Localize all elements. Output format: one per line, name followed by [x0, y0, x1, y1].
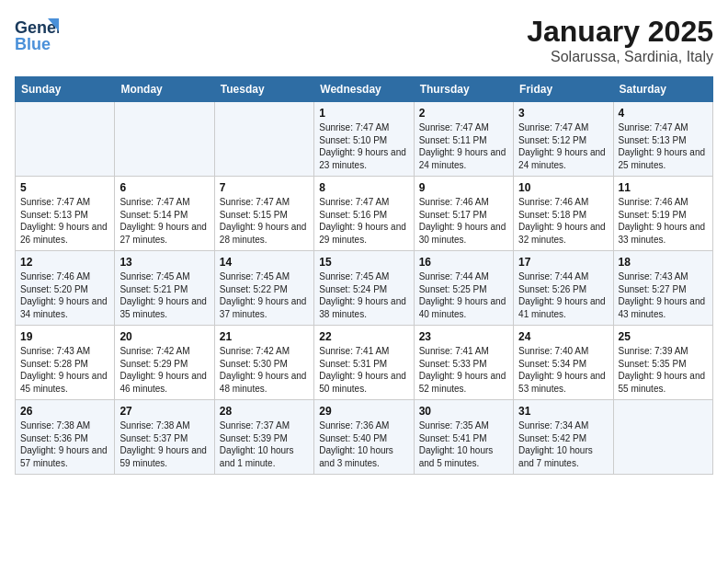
- day-info: Sunrise: 7:45 AM Sunset: 5:24 PM Dayligh…: [319, 270, 408, 320]
- calendar-day-cell: 10Sunrise: 7:46 AM Sunset: 5:18 PM Dayli…: [514, 177, 613, 251]
- logo: General Blue: [15, 15, 59, 53]
- calendar-day-cell: 17Sunrise: 7:44 AM Sunset: 5:26 PM Dayli…: [514, 251, 613, 326]
- calendar-day-cell: 9Sunrise: 7:46 AM Sunset: 5:17 PM Daylig…: [414, 177, 513, 251]
- calendar-day-cell: 14Sunrise: 7:45 AM Sunset: 5:22 PM Dayli…: [214, 251, 313, 326]
- day-info: Sunrise: 7:35 AM Sunset: 5:41 PM Dayligh…: [419, 419, 508, 469]
- day-number: 23: [419, 330, 508, 343]
- calendar-day-cell: 26Sunrise: 7:38 AM Sunset: 5:36 PM Dayli…: [16, 400, 115, 475]
- day-number: 29: [319, 405, 408, 418]
- day-number: 9: [419, 181, 508, 194]
- day-number: 5: [20, 181, 109, 194]
- weekday-header-cell: Wednesday: [314, 77, 414, 102]
- day-info: Sunrise: 7:46 AM Sunset: 5:18 PM Dayligh…: [518, 196, 608, 246]
- day-info: Sunrise: 7:40 AM Sunset: 5:34 PM Dayligh…: [518, 345, 608, 395]
- svg-text:Blue: Blue: [15, 35, 51, 53]
- day-info: Sunrise: 7:47 AM Sunset: 5:16 PM Dayligh…: [319, 196, 408, 246]
- day-number: 20: [119, 330, 209, 343]
- calendar-day-cell: 4Sunrise: 7:47 AM Sunset: 5:13 PM Daylig…: [613, 102, 712, 177]
- calendar-week-row: 5Sunrise: 7:47 AM Sunset: 5:13 PM Daylig…: [16, 177, 713, 251]
- calendar-day-cell: 8Sunrise: 7:47 AM Sunset: 5:16 PM Daylig…: [314, 177, 414, 251]
- calendar-day-cell: 2Sunrise: 7:47 AM Sunset: 5:11 PM Daylig…: [414, 102, 513, 177]
- calendar-week-row: 12Sunrise: 7:46 AM Sunset: 5:20 PM Dayli…: [16, 251, 713, 326]
- calendar-day-cell: [115, 102, 214, 177]
- day-info: Sunrise: 7:45 AM Sunset: 5:21 PM Dayligh…: [119, 270, 209, 320]
- day-info: Sunrise: 7:46 AM Sunset: 5:19 PM Dayligh…: [619, 196, 708, 246]
- day-number: 7: [220, 181, 309, 194]
- calendar-day-cell: 30Sunrise: 7:35 AM Sunset: 5:41 PM Dayli…: [414, 400, 513, 475]
- calendar-day-cell: 22Sunrise: 7:41 AM Sunset: 5:31 PM Dayli…: [314, 326, 414, 400]
- day-number: 31: [518, 405, 608, 418]
- day-info: Sunrise: 7:46 AM Sunset: 5:17 PM Dayligh…: [419, 196, 508, 246]
- weekday-header-cell: Saturday: [613, 77, 712, 102]
- day-number: 26: [20, 405, 109, 418]
- day-info: Sunrise: 7:44 AM Sunset: 5:26 PM Dayligh…: [518, 270, 608, 320]
- calendar-day-cell: 27Sunrise: 7:38 AM Sunset: 5:37 PM Dayli…: [115, 400, 214, 475]
- calendar-title: January 2025: [527, 15, 713, 49]
- day-number: 2: [419, 107, 508, 120]
- day-info: Sunrise: 7:36 AM Sunset: 5:40 PM Dayligh…: [319, 419, 408, 469]
- day-info: Sunrise: 7:41 AM Sunset: 5:33 PM Dayligh…: [419, 345, 508, 395]
- calendar-day-cell: [16, 102, 115, 177]
- day-info: Sunrise: 7:37 AM Sunset: 5:39 PM Dayligh…: [220, 419, 309, 469]
- calendar-week-row: 26Sunrise: 7:38 AM Sunset: 5:36 PM Dayli…: [16, 400, 713, 475]
- day-info: Sunrise: 7:43 AM Sunset: 5:27 PM Dayligh…: [619, 270, 708, 320]
- calendar-day-cell: 6Sunrise: 7:47 AM Sunset: 5:14 PM Daylig…: [115, 177, 214, 251]
- calendar-day-cell: 1Sunrise: 7:47 AM Sunset: 5:10 PM Daylig…: [314, 102, 414, 177]
- calendar-day-cell: 5Sunrise: 7:47 AM Sunset: 5:13 PM Daylig…: [16, 177, 115, 251]
- calendar-day-cell: 7Sunrise: 7:47 AM Sunset: 5:15 PM Daylig…: [214, 177, 313, 251]
- calendar-day-cell: 23Sunrise: 7:41 AM Sunset: 5:33 PM Dayli…: [414, 326, 513, 400]
- day-info: Sunrise: 7:38 AM Sunset: 5:36 PM Dayligh…: [20, 419, 109, 469]
- calendar-body: 1Sunrise: 7:47 AM Sunset: 5:10 PM Daylig…: [16, 102, 713, 475]
- logo-icon: General Blue: [15, 15, 59, 53]
- day-number: 13: [119, 256, 209, 269]
- day-number: 16: [419, 256, 508, 269]
- calendar-day-cell: 25Sunrise: 7:39 AM Sunset: 5:35 PM Dayli…: [613, 326, 712, 400]
- day-number: 22: [319, 330, 408, 343]
- day-info: Sunrise: 7:47 AM Sunset: 5:13 PM Dayligh…: [619, 121, 708, 171]
- day-number: 4: [619, 107, 708, 120]
- calendar-day-cell: 11Sunrise: 7:46 AM Sunset: 5:19 PM Dayli…: [613, 177, 712, 251]
- calendar-day-cell: 18Sunrise: 7:43 AM Sunset: 5:27 PM Dayli…: [613, 251, 712, 326]
- calendar-day-cell: 16Sunrise: 7:44 AM Sunset: 5:25 PM Dayli…: [414, 251, 513, 326]
- calendar-day-cell: 28Sunrise: 7:37 AM Sunset: 5:39 PM Dayli…: [214, 400, 313, 475]
- day-number: 14: [220, 256, 309, 269]
- day-info: Sunrise: 7:47 AM Sunset: 5:11 PM Dayligh…: [419, 121, 508, 171]
- day-info: Sunrise: 7:34 AM Sunset: 5:42 PM Dayligh…: [518, 419, 608, 469]
- day-number: 1: [319, 107, 408, 120]
- day-info: Sunrise: 7:45 AM Sunset: 5:22 PM Dayligh…: [220, 270, 309, 320]
- weekday-header-cell: Tuesday: [214, 77, 313, 102]
- day-info: Sunrise: 7:47 AM Sunset: 5:10 PM Dayligh…: [319, 121, 408, 171]
- day-info: Sunrise: 7:47 AM Sunset: 5:15 PM Dayligh…: [220, 196, 309, 246]
- calendar-table: SundayMondayTuesdayWednesdayThursdayFrid…: [15, 76, 713, 475]
- day-number: 24: [518, 330, 608, 343]
- day-number: 25: [619, 330, 708, 343]
- calendar-day-cell: 29Sunrise: 7:36 AM Sunset: 5:40 PM Dayli…: [314, 400, 414, 475]
- day-number: 15: [319, 256, 408, 269]
- day-number: 27: [119, 405, 209, 418]
- day-info: Sunrise: 7:47 AM Sunset: 5:13 PM Dayligh…: [20, 196, 109, 246]
- page-header: General Blue January 2025 Solarussa, Sar…: [15, 15, 713, 65]
- weekday-header-cell: Sunday: [16, 77, 115, 102]
- weekday-header-cell: Monday: [115, 77, 214, 102]
- calendar-day-cell: [613, 400, 712, 475]
- title-block: January 2025 Solarussa, Sardinia, Italy: [527, 15, 713, 65]
- calendar-day-cell: 31Sunrise: 7:34 AM Sunset: 5:42 PM Dayli…: [514, 400, 613, 475]
- calendar-day-cell: 13Sunrise: 7:45 AM Sunset: 5:21 PM Dayli…: [115, 251, 214, 326]
- day-info: Sunrise: 7:46 AM Sunset: 5:20 PM Dayligh…: [20, 270, 109, 320]
- day-info: Sunrise: 7:42 AM Sunset: 5:29 PM Dayligh…: [119, 345, 209, 395]
- day-number: 30: [419, 405, 508, 418]
- day-number: 8: [319, 181, 408, 194]
- day-number: 17: [518, 256, 608, 269]
- weekday-header-row: SundayMondayTuesdayWednesdayThursdayFrid…: [16, 77, 713, 102]
- calendar-day-cell: [214, 102, 313, 177]
- calendar-day-cell: 12Sunrise: 7:46 AM Sunset: 5:20 PM Dayli…: [16, 251, 115, 326]
- day-number: 19: [20, 330, 109, 343]
- calendar-day-cell: 20Sunrise: 7:42 AM Sunset: 5:29 PM Dayli…: [115, 326, 214, 400]
- calendar-day-cell: 15Sunrise: 7:45 AM Sunset: 5:24 PM Dayli…: [314, 251, 414, 326]
- weekday-header-cell: Friday: [514, 77, 613, 102]
- calendar-day-cell: 3Sunrise: 7:47 AM Sunset: 5:12 PM Daylig…: [514, 102, 613, 177]
- day-info: Sunrise: 7:38 AM Sunset: 5:37 PM Dayligh…: [119, 419, 209, 469]
- calendar-day-cell: 19Sunrise: 7:43 AM Sunset: 5:28 PM Dayli…: [16, 326, 115, 400]
- calendar-week-row: 1Sunrise: 7:47 AM Sunset: 5:10 PM Daylig…: [16, 102, 713, 177]
- day-info: Sunrise: 7:41 AM Sunset: 5:31 PM Dayligh…: [319, 345, 408, 395]
